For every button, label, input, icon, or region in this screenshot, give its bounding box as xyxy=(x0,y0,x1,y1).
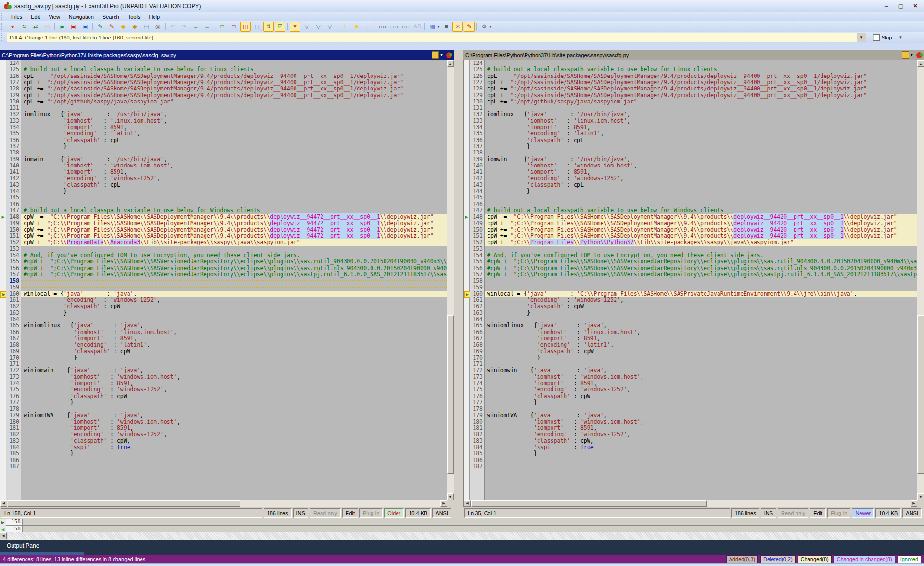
recompare-swap-icon[interactable]: ⇄ xyxy=(30,22,41,32)
code-line[interactable] xyxy=(485,105,917,111)
copy-path-caret-icon[interactable]: ▼ xyxy=(910,53,913,57)
menu-navigation[interactable]: Navigation xyxy=(64,13,98,21)
code-line[interactable]: } xyxy=(21,450,447,457)
code-line[interactable]: } xyxy=(485,188,917,194)
code-line[interactable]: winlocal = {'java' : 'C:\\Program Files\… xyxy=(485,291,917,297)
code-line[interactable]: 'encoding' : 'windows-1252', xyxy=(485,386,917,393)
code-line[interactable] xyxy=(21,316,447,322)
code-line[interactable] xyxy=(21,361,447,367)
toolbar-overflow-chevron-icon[interactable]: ▼ xyxy=(898,35,902,39)
inspector-line-content[interactable] xyxy=(23,526,924,533)
code-line[interactable]: 'encoding' : 'windows-1252', xyxy=(21,431,447,437)
code-line[interactable]: 'classpath' : cpL xyxy=(485,182,917,188)
code-line[interactable]: # And, if you've configured IOM to use E… xyxy=(485,252,917,258)
code-line[interactable]: 'iomport' : 8591, xyxy=(21,380,447,386)
undo-icon[interactable]: ↶ xyxy=(167,22,178,32)
first-file-header[interactable]: C:\Program Files\Python\Python37\Lib\sit… xyxy=(0,50,454,60)
code-line[interactable]: winiomlinux = {'java' : 'java', xyxy=(485,322,917,329)
code-line[interactable]: cpW += ";C:\\ProgramData\\Anaconda3\\Lib… xyxy=(21,239,447,245)
options-caret-icon[interactable]: ▼ xyxy=(489,25,492,28)
inspector-line-content[interactable] xyxy=(23,519,924,526)
code-line[interactable] xyxy=(21,284,447,291)
code-line[interactable]: 'iomport' : 8591, xyxy=(485,380,917,386)
code-line[interactable] xyxy=(21,201,447,207)
scroll-right-icon[interactable]: ▶ xyxy=(440,500,447,507)
edit-second-file-icon[interactable]: ✎ xyxy=(106,22,117,32)
code-line[interactable]: } xyxy=(485,450,917,457)
code-line[interactable]: } xyxy=(21,399,447,406)
vscroll-thumb[interactable] xyxy=(917,315,924,474)
code-line[interactable] xyxy=(21,463,447,470)
first-difference-icon[interactable]: ↑ xyxy=(339,22,350,32)
code-line[interactable]: # build out a local classpath variable t… xyxy=(21,207,447,214)
code-line[interactable]: 'iomport' : 8591, xyxy=(21,425,447,431)
code-line[interactable]: 'classpath' : cpW, xyxy=(485,438,917,444)
show-identical-icon[interactable]: □ xyxy=(217,22,228,32)
show-line-numbers-icon[interactable]: ≡ xyxy=(441,22,451,32)
code-line[interactable]: 'iomport' : 8591, xyxy=(21,169,447,175)
code-line[interactable] xyxy=(485,463,917,470)
code-line[interactable]: winiomIWA = {'java' : 'java', xyxy=(21,412,447,419)
goto-line-first-icon[interactable]: ◆ xyxy=(118,22,128,32)
diff-description-combo[interactable]: Diff 4: Change 1 line (160, first file) … xyxy=(7,33,857,42)
code-line[interactable]: cpL += ":/opt/sasinside/SASHome/SASDeplo… xyxy=(21,86,447,92)
code-line[interactable]: 'encoding' : 'windows-1252', xyxy=(485,297,917,303)
code-line[interactable]: cpW = "C:\\Program Files\\SASHome\\SASDe… xyxy=(21,214,447,220)
second-horizontal-scrollbar[interactable]: ◀ ▶ xyxy=(464,500,917,507)
code-line[interactable]: # build out a local classpath variable t… xyxy=(21,66,447,73)
filter-deleted-icon[interactable]: ▽ xyxy=(313,22,323,32)
code-line[interactable]: 'iomhost' : 'linux.iom.host', xyxy=(485,118,917,124)
code-line[interactable]: cpW = "C:\\Program Files\\SASHome\\SASDe… xyxy=(485,214,917,220)
first-file-editor[interactable]: ▶▶ 1241251261271281291301311321331341351… xyxy=(0,60,454,507)
scroll-left-icon[interactable]: ◀ xyxy=(0,500,7,507)
code-line[interactable]: #cpW += ";C:\\Program Files\\SASHome\\SA… xyxy=(485,271,917,278)
code-line[interactable]: 'classpath' : cpW, xyxy=(21,438,447,444)
panes-layout-caret-icon[interactable]: ▼ xyxy=(437,25,440,28)
show-different-icon[interactable]: □ xyxy=(229,22,239,32)
filter-all-diffs-icon[interactable]: ▼ xyxy=(290,22,300,32)
save-second-icon[interactable]: ▣ xyxy=(68,22,79,32)
previous-difference-icon[interactable]: ← xyxy=(202,22,213,32)
print-icon[interactable]: ▤ xyxy=(141,22,152,32)
hscroll-thumb[interactable] xyxy=(471,500,707,507)
code-line[interactable]: 'iomport' : 8591, xyxy=(485,425,917,431)
code-line[interactable]: 'sspi' : True xyxy=(21,444,447,450)
code-line[interactable] xyxy=(485,284,917,291)
menu-view[interactable]: View xyxy=(44,13,64,21)
code-line[interactable]: 'encoding' : 'windows-1252', xyxy=(21,175,447,181)
skip-checkbox[interactable] xyxy=(873,34,880,41)
code-line[interactable]: cpW += ";C:\\Program Files\\SASHome\\SAS… xyxy=(485,233,917,239)
current-difference-icon[interactable]: ■ xyxy=(351,22,361,32)
toolbar-grip[interactable] xyxy=(1,23,5,30)
code-line[interactable] xyxy=(485,194,917,201)
copy-path-caret-icon[interactable]: ▼ xyxy=(440,53,443,57)
code-line[interactable]: #cpW += ";C:\\Program Files\\SASHome\\SA… xyxy=(485,258,917,265)
code-line[interactable]: 'iomport' : 8591, xyxy=(485,169,917,175)
code-line[interactable]: } xyxy=(485,143,917,150)
code-line[interactable]: 'classpath' : cpW xyxy=(21,348,447,355)
code-line[interactable]: 'iomhost' : 'linux.iom.host', xyxy=(21,329,447,335)
second-code-area[interactable]: # build out a local classpath variable t… xyxy=(485,60,917,500)
code-line[interactable]: 'classpath' : cpW xyxy=(485,393,917,399)
scroll-right-icon[interactable]: ▶ xyxy=(911,500,917,507)
first-vertical-scrollbar[interactable]: ▲ ▼ xyxy=(447,60,454,500)
maximize-button[interactable]: ▢ xyxy=(894,2,908,11)
plugins-icon[interactable]: ✳ xyxy=(452,22,463,32)
code-line[interactable]: 'encoding' : 'windows-1252', xyxy=(21,386,447,393)
code-line[interactable]: 'encoding' : 'windows-1252', xyxy=(485,175,917,181)
menu-tools[interactable]: Tools xyxy=(124,13,145,21)
code-line[interactable]: 'classpath' : cpL xyxy=(21,182,447,188)
code-line[interactable]: cpW += ";C:\\Program Files\\SASHome\\SAS… xyxy=(21,220,447,227)
compare-icon[interactable]: ● xyxy=(7,22,18,32)
code-line[interactable]: cpW += ";C:\\Program Files\\SASHome\\SAS… xyxy=(485,227,917,233)
scroll-down-icon[interactable]: ▼ xyxy=(917,493,924,500)
code-line[interactable]: 'encoding' : 'latin1', xyxy=(21,342,447,348)
last-difference-icon[interactable]: ↓ xyxy=(362,22,373,32)
diff-combo-dropdown-icon[interactable]: ▼ xyxy=(857,33,866,42)
first-horizontal-scrollbar[interactable]: ◀ ▶ xyxy=(0,500,447,507)
synchronized-scrolling-icon[interactable]: ⇅ xyxy=(263,22,274,32)
code-line[interactable]: 'classpath' : cpL xyxy=(485,137,917,143)
filter-changed-icon[interactable]: ▽ xyxy=(324,22,335,32)
code-line[interactable]: 'iomport' : 8591, xyxy=(485,335,917,342)
diff-marker-icon[interactable]: ▶ xyxy=(0,214,6,220)
